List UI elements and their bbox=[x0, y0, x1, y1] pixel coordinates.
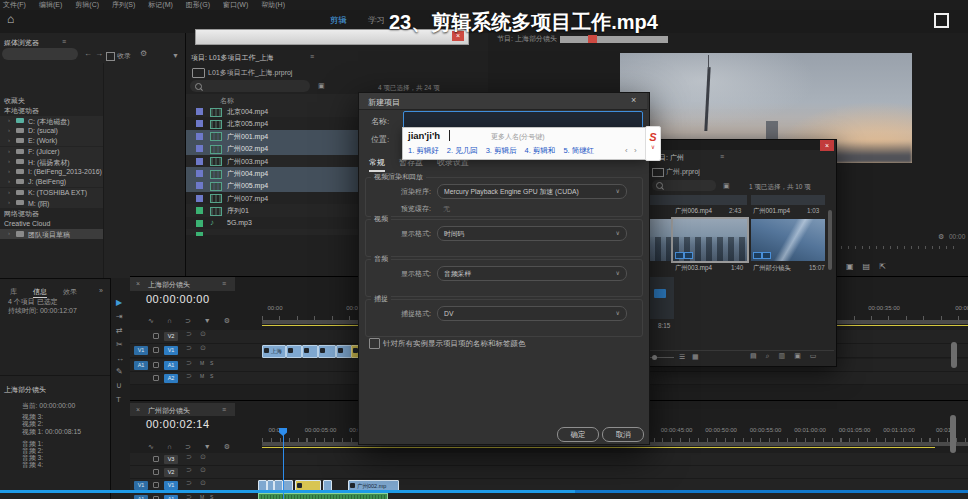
zoom-slider-handle[interactable] bbox=[652, 355, 657, 360]
chevron-right-icon[interactable]: › bbox=[8, 137, 10, 143]
ime-candidate[interactable]: 3. 剪辑后 bbox=[486, 146, 517, 156]
tree-item[interactable]: 本地驱动器 bbox=[0, 105, 103, 115]
dropdown-arrow-icon[interactable]: ∨ bbox=[646, 145, 660, 149]
tree-item[interactable]: ›F: (Juicer) bbox=[0, 147, 103, 157]
close-icon[interactable]: × bbox=[136, 406, 140, 413]
track-badge[interactable]: V3 bbox=[164, 455, 178, 464]
new-bin-icon[interactable]: ▥ bbox=[779, 352, 786, 360]
timeline-vertical-scrollbar[interactable] bbox=[950, 415, 956, 453]
floating-fragment-close-button[interactable] bbox=[588, 35, 597, 43]
ingest-checkbox[interactable] bbox=[106, 52, 115, 61]
ime-candidate[interactable]: 4. 剪辑和 bbox=[525, 146, 556, 156]
slip-tool-icon[interactable]: ↔ bbox=[116, 354, 124, 363]
chevron-right-icon[interactable]: › bbox=[8, 127, 10, 133]
playhead-marker[interactable] bbox=[279, 428, 287, 436]
field-dropdown[interactable]: 时间码∨ bbox=[437, 226, 627, 241]
maximize-button[interactable] bbox=[934, 13, 949, 28]
pen-tool-icon[interactable]: ✎ bbox=[116, 367, 123, 376]
snap-icon[interactable]: ∿ bbox=[148, 317, 154, 325]
chevron-right-icon[interactable]: › bbox=[8, 117, 10, 123]
prev-candidates-icon[interactable]: ‹ bbox=[625, 146, 628, 155]
track-badge[interactable]: A2 bbox=[164, 374, 178, 383]
float-search-input[interactable] bbox=[652, 180, 716, 191]
close-icon[interactable]: × bbox=[631, 96, 636, 105]
panel-menu-icon[interactable]: ≡ bbox=[222, 406, 226, 413]
chevron-right-icon[interactable]: › bbox=[8, 168, 10, 174]
dialog-tab-常规[interactable]: 常规 bbox=[369, 157, 385, 172]
float-project-file[interactable]: 广州.prproj bbox=[666, 167, 700, 177]
export-frame-camera-icon[interactable]: ▣ bbox=[846, 262, 854, 274]
close-button[interactable]: × bbox=[820, 140, 834, 151]
track-badge[interactable]: A1 bbox=[164, 361, 178, 370]
grid-thumbnail[interactable] bbox=[751, 219, 825, 261]
filter-funnel-icon[interactable]: ▼ bbox=[172, 52, 179, 59]
timeline-settings-wrench-icon[interactable]: ⚙ bbox=[224, 443, 230, 451]
ime-logo-bar[interactable]: S ∨ bbox=[645, 126, 661, 161]
razor-tool-icon[interactable]: ✂ bbox=[116, 340, 123, 349]
dialog-titlebar[interactable]: 新建项目 × bbox=[359, 93, 647, 110]
menu-item[interactable]: 文件(F) bbox=[3, 0, 26, 10]
sync-lock-icon[interactable]: ⊃ bbox=[186, 493, 192, 499]
forward-icon[interactable]: → bbox=[95, 50, 103, 58]
lock-icon[interactable] bbox=[153, 375, 159, 381]
sync-lock-icon[interactable]: ⊃ bbox=[186, 466, 192, 474]
sync-lock-icon[interactable]: ⊃ bbox=[186, 359, 192, 367]
back-icon[interactable]: ← bbox=[84, 50, 92, 58]
chevron-right-icon[interactable]: › bbox=[8, 178, 10, 184]
source-patch-badge[interactable]: A1 bbox=[134, 495, 148, 499]
linked-selection-icon[interactable]: ∩ bbox=[167, 317, 172, 325]
grid-thumbnail[interactable] bbox=[646, 219, 674, 261]
chevron-right-icon[interactable]: › bbox=[8, 189, 10, 195]
lock-icon[interactable] bbox=[153, 482, 159, 488]
panel-menu-icon[interactable]: ≡ bbox=[720, 153, 724, 160]
media-browser-search[interactable] bbox=[2, 48, 78, 60]
sync-lock-icon[interactable]: ⊃ bbox=[186, 344, 192, 352]
timeline-tab-label[interactable]: 广州部分镜头 bbox=[148, 406, 190, 416]
grid-thumbnail-partial[interactable] bbox=[646, 195, 674, 205]
timeline-track-row[interactable]: V3⊃⊙ bbox=[130, 453, 968, 466]
grid-thumbnail-selected[interactable] bbox=[673, 219, 747, 261]
ok-button[interactable]: 确定 bbox=[557, 427, 599, 442]
snap-icon[interactable]: ∿ bbox=[148, 443, 154, 451]
menu-item[interactable]: 序列(S) bbox=[112, 0, 135, 10]
automate-to-sequence-icon[interactable]: ▤ bbox=[750, 352, 757, 360]
info-tab-效果[interactable]: 效果 bbox=[63, 287, 77, 298]
source-patch-badge[interactable]: A1 bbox=[134, 361, 148, 370]
monitor-settings-wrench-icon[interactable]: ⚙ bbox=[938, 233, 944, 240]
track-badge[interactable]: V1 bbox=[164, 481, 178, 490]
close-icon[interactable]: × bbox=[136, 280, 140, 287]
project-search-input[interactable] bbox=[190, 80, 310, 92]
export-icon[interactable]: ⇱ bbox=[879, 262, 886, 274]
playhead[interactable] bbox=[283, 428, 284, 499]
ime-candidate[interactable]: 2. 见几回 bbox=[447, 146, 478, 156]
eye-icon[interactable]: ⊙ bbox=[200, 330, 206, 338]
chevron-right-icon[interactable]: › bbox=[8, 158, 10, 164]
type-tool-icon[interactable]: T bbox=[116, 395, 121, 404]
sync-lock-icon[interactable]: ⊃ bbox=[186, 372, 192, 380]
menu-item[interactable]: 编辑(E) bbox=[39, 0, 62, 10]
tree-item[interactable]: ›H: (福扬素材) bbox=[0, 157, 103, 167]
tree-item[interactable]: ›团队项目草稿 bbox=[0, 229, 103, 239]
ripple-edit-tool-icon[interactable]: ⇄ bbox=[116, 326, 123, 335]
eye-icon[interactable]: ⊙ bbox=[200, 466, 206, 474]
label-color-chip[interactable] bbox=[196, 158, 203, 165]
in-out-icon[interactable]: ▣ bbox=[318, 82, 325, 89]
grid-thumbnail-partial[interactable] bbox=[673, 195, 747, 205]
project-file-name[interactable]: L01多项目工作_上海.prproj bbox=[208, 68, 292, 78]
tree-item[interactable]: 收藏夹 bbox=[0, 95, 103, 105]
tree-item[interactable]: Creative Cloud bbox=[0, 219, 103, 229]
timeline-tab-label[interactable]: 上海部分镜头 bbox=[148, 280, 190, 290]
show-name-label-checkbox[interactable] bbox=[369, 338, 380, 349]
label-color-chip[interactable] bbox=[196, 220, 203, 227]
chevron-right-icon[interactable]: › bbox=[8, 199, 10, 205]
label-color-chip[interactable] bbox=[196, 145, 203, 152]
eye-icon[interactable]: ⊙ bbox=[200, 479, 206, 487]
project-panel-tab[interactable]: 项目: L01多项目工作_上海 bbox=[191, 53, 273, 63]
sync-lock-icon[interactable]: ⊃ bbox=[186, 453, 192, 461]
lock-icon[interactable] bbox=[153, 333, 159, 339]
timeline-settings-wrench-icon[interactable]: ⚙ bbox=[224, 317, 230, 325]
timeline-clip[interactable]: 上海 bbox=[262, 345, 286, 358]
solo-button[interactable]: S bbox=[210, 360, 213, 366]
timeline-tab[interactable]: × 上海部分镜头 ≡ bbox=[130, 277, 235, 291]
label-color-chip[interactable] bbox=[196, 182, 203, 189]
